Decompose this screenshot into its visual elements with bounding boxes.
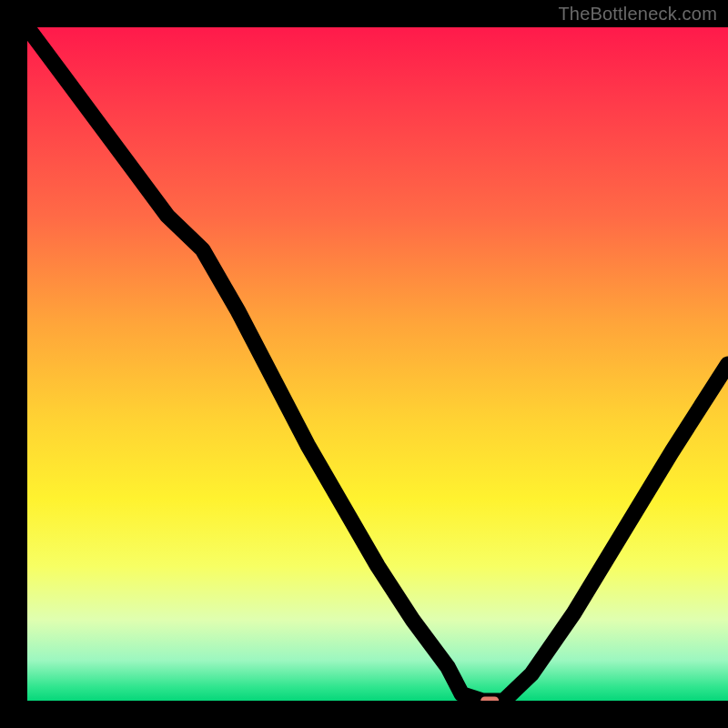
plot-area: [27, 27, 728, 701]
plot-svg: [27, 27, 728, 701]
selected-point-marker: [480, 697, 499, 701]
chart-frame: TheBottleneck.com: [0, 0, 728, 728]
bottleneck-curve: [27, 27, 728, 701]
watermark-text: TheBottleneck.com: [558, 4, 717, 25]
